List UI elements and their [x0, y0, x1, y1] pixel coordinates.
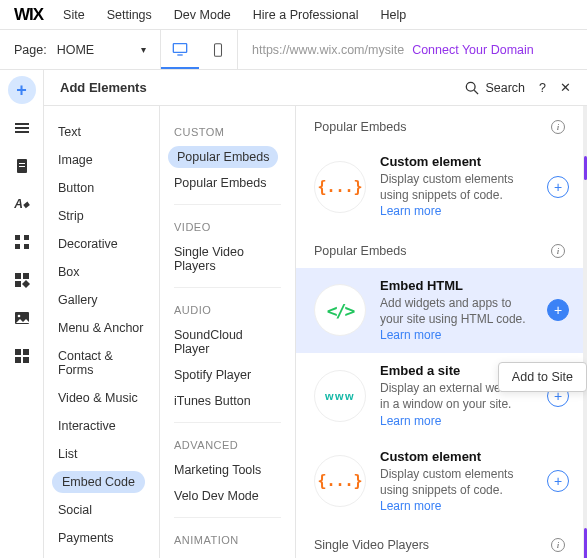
- add-to-site-tooltip: Add to Site: [498, 362, 587, 392]
- add-elements-panel: Add Elements Search ? ✕ TextImageButtonS…: [44, 70, 587, 558]
- page-selector[interactable]: Page: HOME ▾: [0, 43, 160, 57]
- card-body: Embed HTMLAdd widgets and apps to your s…: [380, 278, 533, 344]
- card-title: Custom element: [380, 449, 533, 464]
- subcategory-item[interactable]: iTunes Button: [160, 388, 295, 414]
- learn-more-link[interactable]: Learn more: [380, 204, 441, 218]
- svg-rect-13: [15, 273, 21, 279]
- info-icon[interactable]: i: [551, 120, 565, 134]
- svg-rect-19: [15, 357, 21, 363]
- subgroup-head: AUDIO: [160, 296, 295, 322]
- svg-rect-14: [23, 273, 29, 279]
- category-text[interactable]: Text: [44, 118, 159, 146]
- search-button[interactable]: Search: [465, 81, 525, 95]
- category-menu-anchor[interactable]: Menu & Anchor: [44, 314, 159, 342]
- svg-rect-2: [215, 43, 222, 56]
- rail-pages-icon[interactable]: [8, 152, 36, 180]
- svg-rect-4: [15, 127, 29, 129]
- svg-rect-20: [23, 357, 29, 363]
- learn-more-link[interactable]: Learn more: [380, 414, 441, 428]
- info-icon[interactable]: i: [551, 538, 565, 552]
- add-elements-button[interactable]: +: [8, 76, 36, 104]
- category-column[interactable]: TextImageButtonStripDecorativeBoxGallery…: [44, 106, 160, 558]
- desktop-view-button[interactable]: [161, 30, 199, 69]
- category-social[interactable]: Social: [44, 496, 159, 524]
- panel-title: Add Elements: [60, 80, 147, 95]
- top-menu-bar: WIX Site Settings Dev Mode Hire a Profes…: [0, 0, 587, 30]
- category-video-music[interactable]: Video & Music: [44, 384, 159, 412]
- subcategory-item[interactable]: Marketing Tools: [160, 457, 295, 483]
- page-bar: Page: HOME ▾ https://www.wix.com/mysite …: [0, 30, 587, 70]
- panel-close-button[interactable]: ✕: [560, 80, 571, 95]
- category-list[interactable]: List: [44, 440, 159, 468]
- rail-cms-icon[interactable]: [8, 342, 36, 370]
- section-label: Popular Embedsi: [296, 106, 583, 144]
- panel-header: Add Elements Search ? ✕: [44, 70, 587, 106]
- embed-card[interactable]: </>Embed HTMLAdd widgets and apps to you…: [296, 268, 583, 354]
- panel-help-button[interactable]: ?: [539, 81, 546, 95]
- menu-hire[interactable]: Hire a Professional: [253, 8, 359, 22]
- rail-media-icon[interactable]: [8, 304, 36, 332]
- category-button[interactable]: Button: [44, 174, 159, 202]
- card-desc: Add widgets and apps to your site using …: [380, 295, 533, 344]
- content-column[interactable]: Popular Embedsi{...}Custom elementDispla…: [296, 106, 587, 558]
- category-strip[interactable]: Strip: [44, 202, 159, 230]
- category-image[interactable]: Image: [44, 146, 159, 174]
- svg-rect-0: [173, 43, 186, 52]
- embed-card[interactable]: {...}Custom elementDisplay custom elemen…: [296, 144, 583, 230]
- category-cms[interactable]: CMS: [44, 552, 159, 558]
- subcategory-item[interactable]: Popular Embeds: [160, 170, 295, 196]
- add-card-button[interactable]: +: [547, 470, 569, 492]
- svg-rect-11: [15, 244, 20, 249]
- learn-more-link[interactable]: Learn more: [380, 499, 441, 513]
- category-contact-forms[interactable]: Contact & Forms: [44, 342, 159, 384]
- card-icon: {...}: [314, 455, 366, 507]
- menu-site[interactable]: Site: [63, 8, 85, 22]
- rail-sections-icon[interactable]: [8, 114, 36, 142]
- add-card-button[interactable]: +: [547, 176, 569, 198]
- category-embed-code[interactable]: Embed Code: [44, 468, 159, 496]
- rail-design-icon[interactable]: A◆: [8, 190, 36, 218]
- wix-logo: WIX: [14, 5, 43, 25]
- subgroup-head: CUSTOM: [160, 118, 295, 144]
- subgroup-head: ANIMATION: [160, 526, 295, 552]
- learn-more-link[interactable]: Learn more: [380, 328, 441, 342]
- card-icon: {...}: [314, 161, 366, 213]
- menu-help[interactable]: Help: [380, 8, 406, 22]
- subgroup-head: ADVANCED: [160, 431, 295, 457]
- mobile-view-button[interactable]: [199, 30, 237, 69]
- subcategory-item[interactable]: Single Video Players: [160, 239, 295, 279]
- svg-rect-3: [15, 123, 29, 125]
- add-card-button[interactable]: +: [547, 299, 569, 321]
- svg-rect-10: [24, 235, 29, 240]
- embed-card[interactable]: {...}Custom elementDisplay custom elemen…: [296, 439, 583, 525]
- subcategory-item[interactable]: Velo Dev Mode: [160, 483, 295, 509]
- svg-line-22: [475, 90, 479, 94]
- menu-settings[interactable]: Settings: [107, 8, 152, 22]
- viewport-toggle: [160, 30, 238, 69]
- category-box[interactable]: Box: [44, 258, 159, 286]
- rail-business-icon[interactable]: [8, 266, 36, 294]
- connect-domain-link[interactable]: Connect Your Domain: [412, 43, 534, 57]
- svg-rect-12: [24, 244, 29, 249]
- subcategory-item[interactable]: Lottie: [160, 552, 295, 558]
- card-body: Custom elementDisplay custom elements us…: [380, 154, 533, 220]
- info-icon[interactable]: i: [551, 244, 565, 258]
- category-payments[interactable]: Payments: [44, 524, 159, 552]
- top-menu: Site Settings Dev Mode Hire a Profession…: [63, 8, 406, 22]
- chevron-down-icon: ▾: [141, 44, 146, 55]
- category-decorative[interactable]: Decorative: [44, 230, 159, 258]
- subcategory-item[interactable]: Popular Embeds: [160, 144, 295, 170]
- section-label: Popular Embedsi: [296, 230, 583, 268]
- card-icon: www: [314, 370, 366, 422]
- rail-apps-icon[interactable]: [8, 228, 36, 256]
- subgroup-head: VIDEO: [160, 213, 295, 239]
- category-interactive[interactable]: Interactive: [44, 412, 159, 440]
- card-title: Custom element: [380, 154, 533, 169]
- subcategory-item[interactable]: Spotify Player: [160, 362, 295, 388]
- subcategory-column[interactable]: CUSTOMPopular EmbedsPopular EmbedsVIDEOS…: [160, 106, 296, 558]
- menu-dev-mode[interactable]: Dev Mode: [174, 8, 231, 22]
- left-rail: + A◆: [0, 70, 44, 558]
- category-gallery[interactable]: Gallery: [44, 286, 159, 314]
- subcategory-item[interactable]: SoundCloud Player: [160, 322, 295, 362]
- svg-point-21: [467, 82, 476, 91]
